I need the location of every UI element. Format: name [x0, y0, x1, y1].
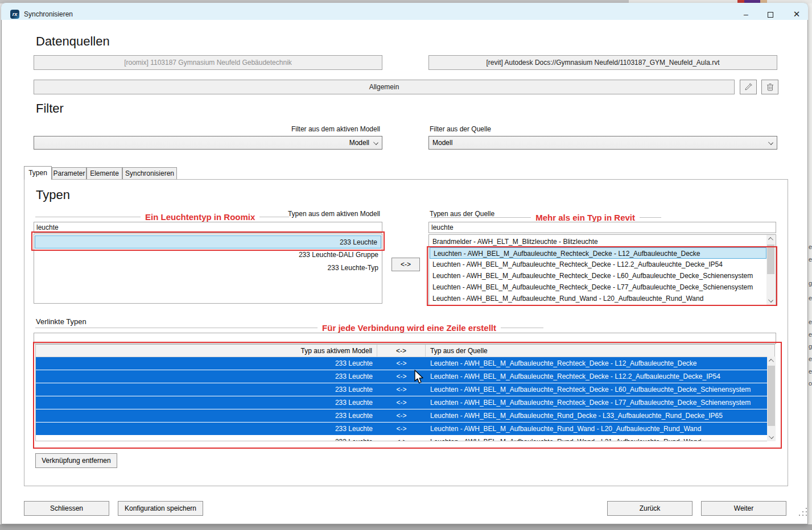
annotation-linked-rows: Für jede Verbindung wird eine Zeile erst… — [35, 322, 543, 333]
cell-source: Leuchten - AWH_BEL_M_Aufbauleuchte_Recht… — [426, 357, 768, 370]
list-item[interactable]: Leuchten - AWH_BEL_M_Aufbauleuchte_Recht… — [429, 259, 767, 270]
cell-link: <-> — [377, 436, 426, 441]
table-header-row: Typ aus aktivem Modell <-> Typ aus der Q… — [36, 345, 774, 357]
linked-types-table[interactable]: Typ aus aktivem Modell <-> Typ aus der Q… — [35, 344, 775, 441]
tab-synchronisieren[interactable]: Synchronisieren — [122, 167, 177, 179]
minimize-button[interactable]: – — [733, 6, 759, 23]
filter-model-label: Filter aus dem aktiven Modell — [216, 125, 380, 133]
table-row[interactable]: 233 Leuchte <-> Leuchten - AWH_BEL_M_Auf… — [36, 436, 768, 441]
column-header-model[interactable]: Typ aus aktivem Modell — [36, 345, 377, 357]
background-text-fragment: o — [809, 380, 812, 387]
tab-typen[interactable]: Typen — [24, 166, 52, 180]
edit-config-button[interactable] — [740, 80, 757, 94]
list-item[interactable]: Leuchten - AWH_BEL_M_Aufbauleuchte_Rund_… — [429, 293, 767, 304]
cell-model: 233 Leuchte — [36, 409, 377, 422]
background-text-fragment: e — [809, 256, 812, 263]
resize-grip[interactable] — [799, 508, 808, 517]
swap-types-button[interactable]: <-> — [391, 258, 420, 271]
app-logo-icon: rx — [10, 10, 19, 19]
cell-model: 233 Leuchte — [36, 436, 377, 441]
scroll-down-icon[interactable] — [769, 434, 774, 439]
linked-types-search-input[interactable] — [34, 333, 776, 344]
cell-source: Leuchten - AWH_BEL_M_Aufbauleuchte_Recht… — [426, 383, 768, 396]
model-types-search-input[interactable] — [34, 222, 382, 233]
model-types-label: Typen aus dem aktiven Modell — [245, 210, 380, 218]
source-types-search-input[interactable] — [428, 222, 776, 233]
cell-model: 233 Leuchte — [36, 423, 377, 435]
cell-source: Leuchten - AWH_BEL_M_Aufbauleuchte_Recht… — [426, 396, 768, 409]
revit-source-field[interactable]: [revit] Autodesk Docs://Gymnasium Neufel… — [428, 55, 777, 70]
table-row[interactable]: 233 Leuchte <-> Leuchten - AWH_BEL_M_Auf… — [36, 383, 768, 396]
table-row[interactable]: 233 Leuchte <-> Leuchten - AWH_BEL_M_Auf… — [36, 409, 768, 422]
list-item[interactable]: 233 Leuchte-DALI Gruppe — [34, 249, 382, 262]
tab-elemente[interactable]: Elemente — [86, 167, 122, 179]
back-button[interactable]: Zurück — [607, 501, 693, 516]
cell-source: Leuchten - AWH_BEL_M_Aufbauleuchte_Rund_… — [426, 409, 768, 422]
table-row[interactable]: 233 Leuchte <-> Leuchten - AWH_BEL_M_Auf… — [36, 423, 768, 435]
titlebar[interactable]: rx Synchronisieren – ✕ — [1, 3, 808, 20]
background-text-fragment: e — [809, 243, 812, 250]
scrollbar-thumb[interactable] — [768, 366, 775, 426]
cell-link: <-> — [377, 423, 426, 435]
chevron-down-icon — [768, 140, 773, 145]
close-window-button[interactable]: ✕ — [784, 6, 809, 23]
delete-config-button[interactable] — [761, 80, 778, 94]
scroll-up-icon[interactable] — [769, 359, 774, 364]
table-row[interactable]: 233 Leuchte <-> Leuchten - AWH_BEL_M_Auf… — [36, 370, 768, 383]
list-item[interactable]: 233 Leuchte-Typ — [34, 262, 382, 275]
schliessen-button[interactable]: Schliessen — [24, 501, 109, 516]
remove-link-button[interactable]: Verknüpfung entfernen — [35, 453, 117, 468]
scrollbar-thumb[interactable] — [767, 245, 774, 274]
cell-model: 233 Leuchte — [36, 396, 377, 409]
tab-parameter[interactable]: Parameter — [52, 167, 86, 179]
cell-link: <-> — [377, 409, 426, 422]
background-text-fragment: e — [809, 355, 812, 362]
maximize-button[interactable] — [758, 6, 783, 23]
cell-source: Leuchten - AWH_BEL_M_Aufbauleuchte_Recht… — [426, 370, 768, 383]
chevron-down-icon — [373, 140, 378, 145]
desktop: e e g e e e g e e o rx Synchronisieren –… — [0, 0, 812, 530]
config-name-bar[interactable]: Allgemein — [34, 80, 735, 94]
datenquellen-heading: Datenquellen — [36, 34, 110, 49]
list-item-selected[interactable]: Leuchten - AWH_BEL_M_Aufbauleuchte_Recht… — [430, 247, 766, 259]
cell-model: 233 Leuchte — [36, 370, 377, 383]
scroll-up-icon[interactable] — [768, 237, 773, 242]
column-header-source[interactable]: Typ aus der Quelle — [426, 345, 774, 357]
table-row[interactable]: 233 Leuchte <-> Leuchten - AWH_BEL_M_Auf… — [36, 357, 768, 370]
background-text-fragment: e — [809, 331, 812, 338]
column-header-link[interactable]: <-> — [377, 345, 426, 357]
filter-model-dropdown[interactable]: Modell — [34, 136, 382, 150]
cell-model: 233 Leuchte — [36, 383, 377, 396]
annotation-revit-types: Mehr als ein Typ in Revit — [431, 212, 661, 222]
next-button[interactable]: Weiter — [701, 501, 786, 516]
model-types-list[interactable]: 233 Leuchte 233 Leuchte-DALI Gruppe 233 … — [34, 234, 382, 304]
cell-source: Leuchten - AWH_BEL_M_Aufbauleuchte_Rund_… — [426, 436, 768, 441]
pencil-icon — [744, 83, 752, 91]
source-list-scrollbar[interactable] — [766, 235, 775, 305]
cell-model: 233 Leuchte — [36, 357, 377, 370]
background-text-fragment: e — [809, 368, 812, 375]
cell-link: <-> — [377, 370, 426, 383]
list-item[interactable]: Leuchten - AWH_BEL_M_Aufbauleuchte_Recht… — [429, 270, 767, 281]
cell-link: <-> — [377, 396, 426, 409]
cell-source: Leuchten - AWH_BEL_M_Aufbauleuchte_Rund_… — [426, 423, 768, 435]
window-title: Synchronisieren — [24, 10, 73, 18]
source-types-list[interactable]: Brandmelder - AWH_ELT_M_Blitzleuchte - B… — [428, 234, 776, 305]
typen-heading: Typen — [36, 188, 70, 202]
save-config-button[interactable]: Konfiguration speichern — [118, 501, 203, 516]
background-text-fragment: g — [809, 280, 812, 287]
list-item[interactable]: Brandmelder - AWH_ELT_M_Blitzleuchte - B… — [429, 236, 767, 247]
trash-icon — [766, 83, 774, 91]
table-row[interactable]: 233 Leuchte <-> Leuchten - AWH_BEL_M_Auf… — [36, 396, 768, 409]
cell-link: <-> — [377, 383, 426, 396]
filter-heading: Filter — [36, 101, 64, 116]
filter-source-dropdown[interactable]: Modell — [428, 136, 777, 150]
scroll-down-icon[interactable] — [768, 297, 773, 303]
roomix-source-field[interactable]: [roomix] 1103187 Gymnasium Neufeld Gebäu… — [34, 55, 382, 70]
filter-model-value: Modell — [349, 136, 369, 149]
list-item[interactable]: Leuchten - AWH_BEL_M_Aufbauleuchte_Recht… — [429, 281, 767, 293]
cell-link: <-> — [377, 357, 426, 370]
filter-source-label: Filter aus der Quelle — [430, 125, 491, 133]
list-item-selected[interactable]: 233 Leuchte — [35, 235, 381, 249]
linked-table-scrollbar[interactable] — [767, 357, 776, 441]
